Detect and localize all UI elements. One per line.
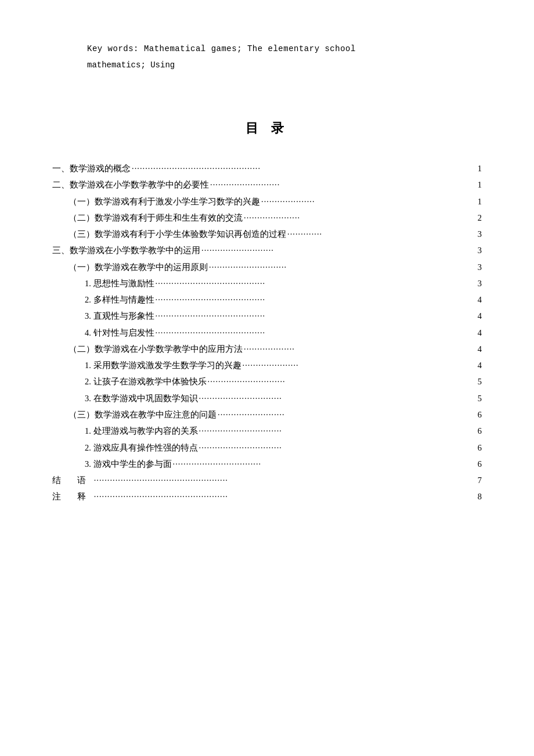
toc-item-dots: ········································… [94,488,477,505]
toc-title: 目 录 [52,120,482,137]
toc-item-text: 2. 游戏应具有操作性强的特点 [85,440,198,456]
toc-item: 注 释·····································… [52,488,482,505]
toc-item: 2. 游戏应具有操作性强的特点·························… [85,440,482,456]
toc-item-dots: ························· [218,406,477,423]
toc-item-text: 1. 思想性与激励性 [85,275,154,291]
toc-item-page: 4 [478,291,482,308]
toc-item-text: （二）数学游戏有利于师生和生生有效的交流 [68,210,243,226]
toc-item-text: 1. 处理游戏与教学内容的关系 [85,423,198,439]
toc-item: 一、数学游戏的概念·······························… [52,160,482,177]
toc-item-page: 2 [478,210,482,226]
toc-item-page: 3 [478,226,482,242]
keywords-line1: Key words: Mathematical games; The eleme… [52,41,482,57]
toc-item-page: 7 [478,472,482,488]
toc-item-dots: ········································… [94,472,477,488]
toc-item-dots: ··························· [201,242,477,258]
toc-item: 3. 在数学游戏中巩固数学知识·························… [85,390,482,406]
toc-item-dots: ········································… [156,325,477,341]
toc-item-text: 3. 直观性与形象性 [85,308,154,324]
toc-item-page: 3 [478,259,482,275]
toc-item: 二、数学游戏在小学数学教学中的必要性······················… [52,177,482,193]
toc-item-text: （三）数学游戏在教学中应注意的问题 [68,406,217,423]
toc-item-page: 5 [478,390,482,406]
toc-item-page: 4 [478,325,482,341]
toc-item: （三）数学游戏在教学中应注意的问题·······················… [68,406,482,423]
toc-item-text: 一、数学游戏的概念 [52,160,131,177]
toc-item-dots: ············· [287,226,477,242]
toc-item-page: 6 [478,423,482,439]
toc-item-dots: ········································… [156,308,477,324]
toc-item-dots: ····························· [208,373,477,390]
keywords-section: Key words: Mathematical games; The eleme… [52,41,482,73]
toc-item: 1. 处理游戏与教学内容的关系·························… [85,423,482,439]
toc-item-text: （一）数学游戏有利于激发小学生学习数学的兴趣 [68,193,260,210]
toc-item-page: 1 [478,193,482,210]
toc-item-dots: ········································… [156,275,477,291]
toc-item-page: 6 [478,406,482,423]
toc-container: 一、数学游戏的概念·······························… [52,160,482,505]
toc-item-page: 3 [478,275,482,291]
toc-item-dots: ······························· [199,423,477,439]
toc-item-text: 二、数学游戏在小学数学教学中的必要性 [52,177,209,193]
toc-item-text: 4. 针对性与启发性 [85,325,154,341]
toc-item: 3. 游戏中学生的参与面····························… [85,456,482,472]
toc-item: （二）数学游戏在小学数学教学中的应用方法···················4 [68,341,482,357]
toc-item: （一）数学游戏有利于激发小学生学习数学的兴趣··················… [68,193,482,210]
toc-item: 1. 思想性与激励性······························… [85,275,482,291]
keywords-line2: mathematics; Using [52,57,482,73]
toc-item-dots: ··················· [244,341,477,357]
toc-item-text: 2. 多样性与情趣性 [85,291,154,308]
toc-item-page: 4 [478,308,482,324]
toc-item-text: 3. 游戏中学生的参与面 [85,456,172,472]
toc-item-dots: ······························· [199,390,477,406]
toc-item-text: （一）数学游戏在教学中的运用原则 [68,259,208,275]
toc-item: （三）数学游戏有利于小学生体验数学知识再创造的过程·············3 [68,226,482,242]
toc-item-text: 注 释 [52,488,93,505]
toc-item-dots: ········································… [132,160,477,177]
toc-item-page: 4 [478,357,482,373]
toc-item-text: 2. 让孩子在游戏教学中体验快乐 [85,373,207,390]
toc-item-page: 1 [478,177,482,193]
toc-item-page: 3 [478,242,482,258]
toc-item-page: 6 [478,440,482,456]
toc-item: 4. 针对性与启发性······························… [85,325,482,341]
toc-item-dots: ································· [173,456,477,472]
toc-item-dots: ····················· [243,357,477,373]
toc-item-text: （三）数学游戏有利于小学生体验数学知识再创造的过程 [68,226,286,242]
toc-item: 3. 直观性与形象性······························… [85,308,482,324]
toc-item-page: 5 [478,373,482,390]
toc-item: 2. 让孩子在游戏教学中体验快乐························… [85,373,482,390]
toc-item-dots: ·························· [210,177,477,193]
toc-item-dots: ······························· [199,440,477,456]
toc-item-page: 6 [478,456,482,472]
toc-item: 三、数学游戏在小学数学教学中的运用·······················… [52,242,482,258]
toc-item: 1. 采用数学游戏激发学生数学学习的兴趣····················… [85,357,482,373]
toc-item-dots: ····················· [244,210,477,226]
toc-item-text: 结 语 [52,472,93,488]
page: Key words: Mathematical games; The eleme… [0,0,534,756]
toc-item-dots: ···················· [261,193,477,210]
toc-item-page: 4 [478,341,482,357]
toc-item-dots: ········································… [156,291,477,308]
toc-item-page: 8 [478,488,482,505]
toc-item-text: （二）数学游戏在小学数学教学中的应用方法 [68,341,243,357]
toc-item-text: 3. 在数学游戏中巩固数学知识 [85,390,198,406]
toc-item-text: 三、数学游戏在小学数学教学中的运用 [52,242,200,258]
toc-item-page: 1 [478,160,482,177]
toc-item: （二）数学游戏有利于师生和生生有效的交流····················… [68,210,482,226]
toc-item: 2. 多样性与情趣性······························… [85,291,482,308]
toc-item-text: 1. 采用数学游戏激发学生数学学习的兴趣 [85,357,241,373]
toc-item: 结 语·····································… [52,472,482,488]
toc-item-dots: ····························· [209,259,477,275]
toc-item: （一）数学游戏在教学中的运用原则························… [68,259,482,275]
